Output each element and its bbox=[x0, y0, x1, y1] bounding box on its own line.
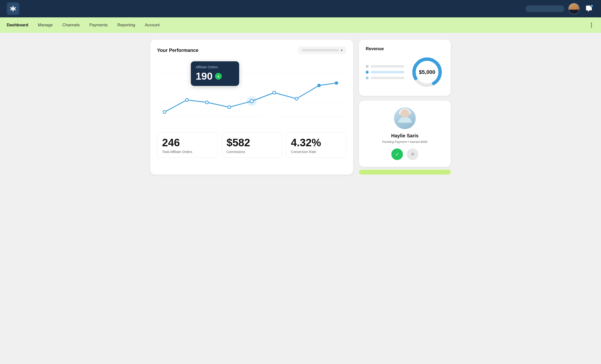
legend-bar-1 bbox=[371, 65, 404, 68]
app-logo bbox=[7, 2, 19, 15]
revenue-content: $5,000 bbox=[366, 55, 444, 89]
nav-item-dashboard[interactable]: Dashboard bbox=[7, 21, 28, 30]
nav-item-manage[interactable]: Manage bbox=[38, 21, 53, 30]
stat-conversion-number: 4.32% bbox=[291, 137, 341, 148]
svg-point-10 bbox=[273, 91, 276, 94]
affiliate-actions: ✓ ✕ bbox=[366, 148, 444, 160]
secondary-nav: Dashboard Manage Channels Payments Repor… bbox=[0, 17, 601, 33]
svg-point-13 bbox=[335, 82, 338, 85]
stat-commissions-number: $582 bbox=[227, 137, 277, 148]
donut-center-value: $5,000 bbox=[419, 69, 435, 75]
nav-item-reporting[interactable]: Reporting bbox=[117, 21, 135, 30]
donut-value-text: $5,000 bbox=[419, 69, 435, 75]
nav-item-payments[interactable]: Payments bbox=[89, 21, 108, 30]
svg-point-11 bbox=[295, 97, 298, 100]
legend-item-3 bbox=[366, 77, 404, 79]
stat-commissions: $582 Commisions bbox=[221, 132, 282, 158]
stat-commissions-label: Commisions bbox=[227, 150, 277, 154]
dropdown-bar bbox=[302, 49, 339, 51]
chart-svg bbox=[157, 59, 346, 127]
legend-dot-2 bbox=[366, 71, 369, 74]
svg-point-9 bbox=[250, 99, 253, 103]
chart-tooltip: Affiliate Orders 190 ▲ bbox=[191, 61, 239, 86]
top-right-actions bbox=[526, 3, 594, 14]
stat-total-orders: 246 Total Affiliate Orders bbox=[157, 132, 218, 158]
legend-bar-2 bbox=[371, 71, 404, 73]
tooltip-value: 190 ▲ bbox=[196, 70, 234, 82]
performance-chart: Affiliate Orders 190 ▲ bbox=[157, 59, 346, 127]
user-avatar[interactable] bbox=[568, 3, 580, 14]
reject-button[interactable]: ✕ bbox=[407, 148, 418, 160]
affiliate-face bbox=[398, 109, 412, 123]
top-navbar bbox=[0, 0, 601, 17]
stat-conversion: 4.32% Conversion Rate bbox=[286, 132, 346, 158]
stat-total-orders-number: 246 bbox=[162, 137, 213, 148]
revenue-card: Revenue bbox=[359, 39, 451, 96]
legend-bar-3 bbox=[371, 77, 404, 79]
chat-notification-dot bbox=[590, 4, 593, 7]
legend-dot-3 bbox=[366, 77, 369, 79]
trend-badge: ▲ bbox=[215, 73, 222, 80]
nav-item-account[interactable]: Account bbox=[145, 21, 160, 30]
nav-items: Dashboard Manage Channels Payments Repor… bbox=[7, 21, 160, 30]
nav-item-channels[interactable]: Channels bbox=[62, 21, 80, 30]
revenue-title: Revenue bbox=[366, 46, 384, 51]
dropdown-arrow-icon: ▾ bbox=[341, 48, 342, 52]
performance-header: Your Performance ▾ bbox=[157, 46, 346, 54]
bottom-green-bar bbox=[359, 170, 451, 175]
main-content: Your Performance ▾ Affiliate Orders 190 … bbox=[143, 33, 458, 181]
legend-item-1 bbox=[366, 65, 404, 68]
chat-button[interactable] bbox=[584, 3, 594, 14]
stat-total-orders-label: Total Affiliate Orders bbox=[162, 150, 213, 154]
revenue-header: Revenue bbox=[366, 46, 444, 51]
search-bar[interactable] bbox=[526, 5, 564, 12]
revenue-legend bbox=[366, 65, 404, 79]
legend-dot-1 bbox=[366, 65, 369, 68]
legend-item-2 bbox=[366, 71, 404, 74]
stats-row: 246 Total Affiliate Orders $582 Commisio… bbox=[157, 132, 346, 158]
revenue-donut-chart: $5,000 bbox=[410, 55, 444, 89]
affiliate-avatar bbox=[394, 108, 416, 129]
svg-point-4 bbox=[163, 110, 166, 113]
affiliate-status: Pending Payment • earned $466 bbox=[366, 140, 444, 144]
performance-card: Your Performance ▾ Affiliate Orders 190 … bbox=[150, 39, 353, 175]
tooltip-label: Affiliate Orders bbox=[196, 65, 234, 69]
right-column: Revenue bbox=[359, 39, 451, 175]
svg-point-6 bbox=[205, 101, 208, 104]
period-dropdown[interactable]: ▾ bbox=[298, 46, 346, 54]
performance-title: Your Performance bbox=[157, 48, 199, 53]
nav-more-button[interactable]: ⋮ bbox=[589, 22, 594, 29]
svg-point-5 bbox=[186, 98, 188, 101]
affiliate-card: Haylie Saris Pending Payment • earned $4… bbox=[359, 101, 451, 167]
approve-button[interactable]: ✓ bbox=[391, 148, 403, 160]
svg-point-7 bbox=[228, 106, 231, 109]
affiliate-name: Haylie Saris bbox=[366, 133, 444, 138]
stat-conversion-label: Conversion Rate bbox=[291, 150, 341, 154]
svg-point-12 bbox=[317, 84, 320, 87]
